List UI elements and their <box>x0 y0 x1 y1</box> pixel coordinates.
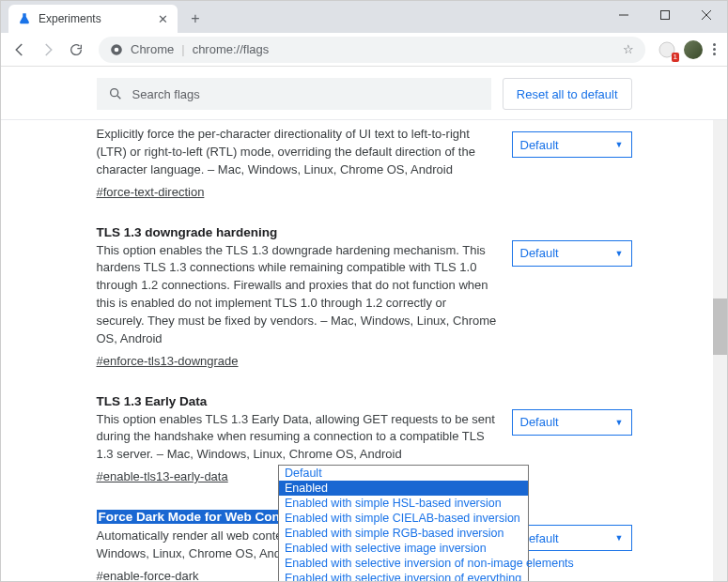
chevron-down-icon: ▼ <box>615 140 624 149</box>
flag-dropdown[interactable]: Default ▼ <box>512 409 632 436</box>
dropdown-option[interactable]: Enabled with simple CIELAB-based inversi… <box>279 511 528 526</box>
chrome-window: Experiments ✕ + Chrome | chrome://flags <box>0 0 728 582</box>
dropdown-value: Default <box>520 415 559 429</box>
back-button[interactable] <box>8 38 31 61</box>
dropdown-option[interactable]: Default <box>279 466 528 481</box>
omnibox-separator: | <box>181 42 184 56</box>
search-input[interactable] <box>131 86 480 102</box>
extension-badge: 1 <box>672 53 679 62</box>
dropdown-value: Default <box>520 138 559 152</box>
browser-tab[interactable]: Experiments ✕ <box>8 5 178 33</box>
search-flags-box[interactable] <box>97 78 491 110</box>
flag-row: Explicitly force the per-character direc… <box>97 126 632 216</box>
svg-line-8 <box>117 96 120 99</box>
profile-avatar[interactable] <box>683 39 704 60</box>
flag-anchor-link[interactable]: #enforce-tls13-downgrade <box>97 354 239 368</box>
reset-all-button[interactable]: Reset all to default <box>503 78 632 110</box>
extension-icon[interactable]: 1 <box>657 39 677 60</box>
chevron-down-icon: ▼ <box>615 418 624 427</box>
flag-title: TLS 1.3 downgrade hardening <box>97 225 497 239</box>
flag-description: Explicitly force the per-character direc… <box>97 126 497 179</box>
dropdown-option[interactable]: Enabled with simple RGB-based inversion <box>279 526 528 541</box>
flag-anchor-link[interactable]: #force-text-direction <box>97 185 205 199</box>
dropdown-option[interactable]: Enabled with selective inversion of ever… <box>279 571 528 581</box>
bookmark-star-icon[interactable]: ☆ <box>623 42 634 56</box>
flag-dropdown[interactable]: Default ▼ <box>512 240 632 267</box>
new-tab-button[interactable]: + <box>183 7 208 31</box>
svg-point-7 <box>110 89 117 97</box>
minimize-button[interactable] <box>603 1 644 29</box>
chrome-icon <box>110 43 123 56</box>
chevron-down-icon: ▼ <box>615 533 624 543</box>
scrollbar-track[interactable] <box>713 120 727 581</box>
maximize-button[interactable] <box>644 1 686 29</box>
chevron-down-icon: ▼ <box>615 249 624 258</box>
flag-anchor-link[interactable]: #enable-force-dark <box>97 569 199 581</box>
scrollbar-thumb[interactable] <box>713 299 727 355</box>
window-controls <box>603 1 727 29</box>
overflow-menu-icon[interactable] <box>709 43 720 55</box>
flag-dropdown[interactable]: Default ▼ <box>512 131 632 158</box>
omnibox-url: chrome://flags <box>193 42 270 56</box>
dropdown-option[interactable]: Enabled with selective image inversion <box>279 541 528 556</box>
forward-button[interactable] <box>37 38 59 61</box>
flag-row: TLS 1.3 downgrade hardening This option … <box>97 216 632 385</box>
flag-anchor-link[interactable]: #enable-tls13-early-data <box>97 469 228 483</box>
flag-dropdown-popup[interactable]: DefaultEnabledEnabled with simple HSL-ba… <box>278 465 529 581</box>
dropdown-option[interactable]: Enabled <box>279 481 528 496</box>
dropdown-value: Default <box>520 246 559 260</box>
omnibox-origin: Chrome <box>131 42 174 56</box>
flags-list-viewport: Explicitly force the per-character direc… <box>1 120 727 581</box>
flags-header: Reset all to default <box>1 67 727 120</box>
tab-close-icon[interactable]: ✕ <box>158 12 168 26</box>
flag-description: This option enables TLS 1.3 Early Data, … <box>97 411 497 465</box>
close-window-button[interactable] <box>686 1 727 29</box>
flag-dropdown[interactable]: Default ▼ <box>512 525 632 551</box>
address-bar[interactable]: Chrome | chrome://flags ☆ <box>99 37 645 63</box>
flask-icon <box>18 12 31 25</box>
svg-point-5 <box>115 47 119 52</box>
dropdown-option[interactable]: Enabled with selective inversion of non-… <box>279 556 528 571</box>
dropdown-option[interactable]: Enabled with simple HSL-based inversion <box>279 496 528 511</box>
tab-title: Experiments <box>39 12 150 25</box>
reload-button[interactable] <box>65 38 87 61</box>
search-icon <box>108 86 123 101</box>
svg-rect-1 <box>661 11 670 20</box>
titlebar: Experiments ✕ + <box>1 1 727 33</box>
nav-toolbar: Chrome | chrome://flags ☆ 1 <box>1 33 727 67</box>
flag-description: This option enables the TLS 1.3 downgrad… <box>97 242 497 348</box>
flag-title: TLS 1.3 Early Data <box>97 394 497 408</box>
